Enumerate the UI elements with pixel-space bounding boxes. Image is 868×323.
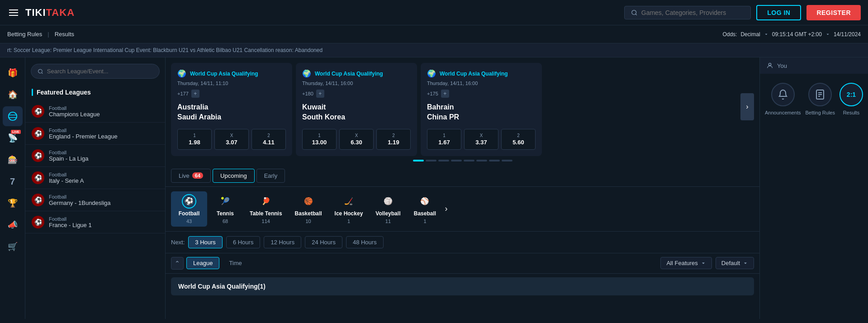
sport-chip-baseball[interactable]: ⚾ Baseball 1 [407,191,443,227]
sidebar-icon-gift[interactable]: 🎁 [3,63,23,83]
odds-button[interactable]: 2 4.11 [251,129,286,150]
match-teams: BahrainChina PR [427,102,536,123]
sidebar-icon-home[interactable]: 🏠 [3,85,23,104]
sport-chip-count: 1 [423,218,426,224]
sidebar-icon-sports[interactable] [3,106,23,126]
sport-chip-ice-hockey[interactable]: 🏒 Ice Hockey 1 [328,191,370,227]
scroll-dot[interactable] [426,160,436,162]
league-info: Football Spain - La Liga [49,150,88,162]
menu-toggle[interactable] [7,8,20,18]
odds-button[interactable]: 1 1.98 [177,129,212,150]
sport-chip-basketball[interactable]: 🏀 Basketball 10 [289,191,328,227]
sidebar-icon-trophy[interactable]: 🏆 [3,193,23,213]
tab-live[interactable]: Live 64 [171,169,211,183]
add-match-button[interactable]: + [316,90,324,98]
league-search-bar[interactable] [31,64,160,79]
odds-label: X [466,133,496,138]
chevron-down-icon-2[interactable] [825,32,830,37]
register-button[interactable]: REGISTER [806,5,861,20]
odds-button[interactable]: 1 13.00 [302,129,337,150]
view-tab-time[interactable]: Time [222,257,248,269]
odds-button[interactable]: X 6.30 [339,129,374,150]
odds-button[interactable]: 2 5.60 [501,129,536,150]
sidebar-icon-lucky7[interactable]: 7 [3,171,23,191]
scroll-dot[interactable] [451,160,462,162]
hours-3h-button[interactable]: 3 Hours [188,236,223,248]
hours-24h-button[interactable]: 24 Hours [305,236,342,248]
scroll-dot[interactable] [489,160,500,162]
sport-chip-tennis[interactable]: 🎾 Tennis 68 [207,191,243,227]
scroll-dot[interactable] [464,160,474,162]
odds-button[interactable]: X 3.07 [214,129,249,150]
sport-chip-count: 68 [223,218,228,224]
league-name: England - Premier League [49,133,118,140]
tab-upcoming[interactable]: Upcoming [213,169,255,183]
ticker-bar: rt: Soccer League: Premier League Intern… [0,43,868,57]
announcements-circle [771,83,795,106]
collapse-button[interactable]: ⌃ [171,257,184,270]
hours-6h-button[interactable]: 6 Hours [226,236,261,248]
sidebar-icon-promo[interactable]: 📣 [3,215,23,235]
odds-button[interactable]: X 3.37 [464,129,498,150]
global-search[interactable] [624,6,751,19]
login-button[interactable]: LOG IN [756,5,801,20]
odds-label: 1 [429,133,459,138]
tab-early[interactable]: Early [256,169,285,183]
odds-label: X [342,133,371,138]
default-dropdown[interactable]: Default [716,257,754,269]
view-tab-league[interactable]: League [186,257,219,269]
league-sport: Football [49,105,100,111]
add-match-button[interactable]: + [441,90,449,98]
league-icon: ⚽ [32,171,44,184]
chevron-down-icon[interactable] [764,32,768,37]
sport-chip-name: Football [179,210,200,217]
add-match-button[interactable]: + [191,90,199,98]
svg-point-3 [38,69,43,73]
sport-chip-football[interactable]: ⚽ Football 43 [171,191,207,227]
scroll-dot[interactable] [502,160,512,162]
league-list-item[interactable]: ⚽ Football Spain - La Liga [25,145,165,167]
sport-chip-table-tennis[interactable]: 🏓 Table Tennis 114 [243,191,289,227]
right-panel-icons: Announcements Betting Rules 2:1 Results [760,74,868,124]
odds-button[interactable]: 1 1.67 [427,129,461,150]
default-label: Default [721,260,740,266]
announcements-item[interactable]: Announcements [765,83,801,115]
league-search-input[interactable] [47,68,153,75]
match-odds-id: +175 + [427,90,536,98]
league-sport: Football [49,194,111,200]
hours-filter: Next: 3 Hours 6 Hours 12 Hours 24 Hours … [166,232,759,253]
sport-chip-icon: ⚾ [417,194,432,209]
scroll-dot[interactable] [413,160,424,162]
all-features-dropdown[interactable]: All Features [660,257,711,269]
sport-chip-icon: 🏀 [301,194,316,209]
league-list-item[interactable]: ⚽ Football Champions League [25,100,165,123]
odds-button[interactable]: 2 1.19 [376,129,411,150]
league-list-item[interactable]: ⚽ Football Germany - 1Bundesliga [25,189,165,211]
betting-rules-link[interactable]: Betting Rules [7,31,42,38]
hours-48h-button[interactable]: 48 Hours [346,236,384,248]
sport-chip-icon: 🏐 [381,194,395,209]
league-name: Germany - 1Bundesliga [49,200,111,206]
sports-filter-next[interactable]: › [443,204,449,214]
sidebar-icon-casino[interactable]: 🎰 [3,150,23,170]
cards-next-button[interactable]: › [740,93,754,120]
results-link[interactable]: Results [55,31,74,38]
league-list-item[interactable]: ⚽ Football France - Ligue 1 [25,211,165,233]
global-search-input[interactable] [641,9,744,16]
league-list-item[interactable]: ⚽ Football Italy - Serie A [25,167,165,189]
view-right: All Features Default [660,257,754,269]
sidebar-icon-live[interactable]: 📡 LIVE [3,128,23,148]
match-card: 🌍 World Cup Asia Qualifying Thursday, 14… [421,63,542,156]
sport-chip-volleyball[interactable]: 🏐 Volleyball 11 [369,191,407,227]
scroll-dot[interactable] [476,160,487,162]
sidebar-icon-cart[interactable]: 🛒 [3,237,23,256]
logo-tiki: TIKI [25,7,46,18]
league-list-item[interactable]: ⚽ Football England - Premier League [25,123,165,145]
league-icon: ⚽ [32,194,44,206]
betting-rules-item[interactable]: Betting Rules [806,83,835,115]
sport-chip-icon: 🏓 [259,194,273,209]
results-item[interactable]: 2:1 Results [840,83,863,115]
tab-live-count: 64 [192,172,203,179]
scroll-dot[interactable] [438,160,449,162]
hours-12h-button[interactable]: 12 Hours [264,236,301,248]
